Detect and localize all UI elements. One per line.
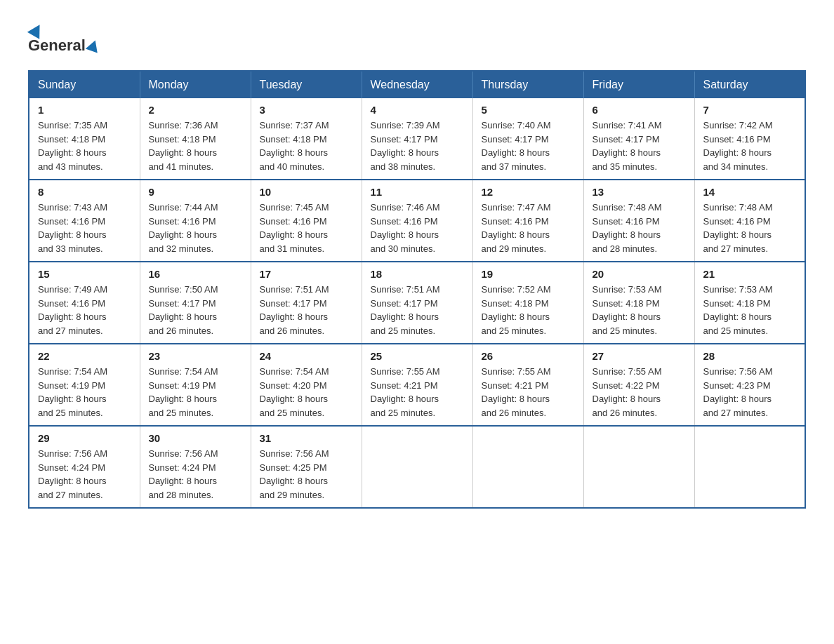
calendar-cell: 26 Sunrise: 7:55 AMSunset: 4:21 PMDaylig… xyxy=(472,344,583,426)
calendar-week-row: 29 Sunrise: 7:56 AMSunset: 4:24 PMDaylig… xyxy=(29,426,805,508)
calendar-table: SundayMondayTuesdayWednesdayThursdayFrid… xyxy=(28,70,806,509)
day-number: 12 xyxy=(482,186,575,198)
calendar-cell: 29 Sunrise: 7:56 AMSunset: 4:24 PMDaylig… xyxy=(29,426,140,508)
day-number: 16 xyxy=(149,268,242,280)
day-info: Sunrise: 7:54 AMSunset: 4:20 PMDaylight:… xyxy=(260,365,353,420)
day-info: Sunrise: 7:45 AMSunset: 4:16 PMDaylight:… xyxy=(260,201,353,255)
calendar-week-row: 8 Sunrise: 7:43 AMSunset: 4:16 PMDayligh… xyxy=(29,180,805,262)
day-number: 21 xyxy=(703,268,797,280)
calendar-cell: 18 Sunrise: 7:51 AMSunset: 4:17 PMDaylig… xyxy=(362,262,472,344)
calendar-cell xyxy=(362,426,472,508)
header-tuesday: Tuesday xyxy=(251,71,362,98)
header-monday: Monday xyxy=(140,71,251,98)
day-number: 17 xyxy=(260,268,353,280)
day-number: 22 xyxy=(38,350,131,362)
calendar-cell: 30 Sunrise: 7:56 AMSunset: 4:24 PMDaylig… xyxy=(140,426,251,508)
day-info: Sunrise: 7:49 AMSunset: 4:16 PMDaylight:… xyxy=(38,283,131,337)
calendar-cell: 12 Sunrise: 7:47 AMSunset: 4:16 PMDaylig… xyxy=(472,180,583,262)
day-info: Sunrise: 7:40 AMSunset: 4:17 PMDaylight:… xyxy=(482,119,575,173)
day-info: Sunrise: 7:43 AMSunset: 4:16 PMDaylight:… xyxy=(38,201,131,255)
calendar-cell: 16 Sunrise: 7:50 AMSunset: 4:17 PMDaylig… xyxy=(140,262,251,344)
calendar-cell: 1 Sunrise: 7:35 AMSunset: 4:18 PMDayligh… xyxy=(29,98,140,180)
day-number: 2 xyxy=(149,104,242,116)
day-info: Sunrise: 7:47 AMSunset: 4:16 PMDaylight:… xyxy=(482,201,575,255)
day-number: 31 xyxy=(260,432,353,444)
day-number: 28 xyxy=(703,350,797,362)
calendar-cell: 5 Sunrise: 7:40 AMSunset: 4:17 PMDayligh… xyxy=(472,98,583,180)
day-info: Sunrise: 7:46 AMSunset: 4:16 PMDaylight:… xyxy=(371,201,464,255)
day-info: Sunrise: 7:56 AMSunset: 4:24 PMDaylight:… xyxy=(149,447,242,502)
day-number: 15 xyxy=(38,268,131,280)
day-number: 13 xyxy=(593,186,686,198)
header-sunday: Sunday xyxy=(29,71,140,98)
day-number: 9 xyxy=(149,186,242,198)
day-number: 26 xyxy=(482,350,575,362)
calendar-cell: 27 Sunrise: 7:55 AMSunset: 4:22 PMDaylig… xyxy=(583,344,694,426)
calendar-cell: 31 Sunrise: 7:56 AMSunset: 4:25 PMDaylig… xyxy=(251,426,362,508)
day-number: 4 xyxy=(371,104,464,116)
calendar-cell: 9 Sunrise: 7:44 AMSunset: 4:16 PMDayligh… xyxy=(140,180,251,262)
calendar-cell: 10 Sunrise: 7:45 AMSunset: 4:16 PMDaylig… xyxy=(251,180,362,262)
day-info: Sunrise: 7:51 AMSunset: 4:17 PMDaylight:… xyxy=(371,283,464,337)
calendar-cell: 25 Sunrise: 7:55 AMSunset: 4:21 PMDaylig… xyxy=(362,344,472,426)
day-info: Sunrise: 7:44 AMSunset: 4:16 PMDaylight:… xyxy=(149,201,242,255)
calendar-cell: 8 Sunrise: 7:43 AMSunset: 4:16 PMDayligh… xyxy=(29,180,140,262)
day-info: Sunrise: 7:35 AMSunset: 4:18 PMDaylight:… xyxy=(38,119,131,173)
calendar-cell: 7 Sunrise: 7:42 AMSunset: 4:16 PMDayligh… xyxy=(694,98,805,180)
day-info: Sunrise: 7:48 AMSunset: 4:16 PMDaylight:… xyxy=(593,201,686,255)
calendar-cell: 4 Sunrise: 7:39 AMSunset: 4:17 PMDayligh… xyxy=(362,98,472,180)
day-number: 14 xyxy=(703,186,797,198)
day-number: 7 xyxy=(703,104,797,116)
day-info: Sunrise: 7:55 AMSunset: 4:21 PMDaylight:… xyxy=(482,365,575,420)
calendar-cell: 28 Sunrise: 7:56 AMSunset: 4:23 PMDaylig… xyxy=(694,344,805,426)
calendar-week-row: 15 Sunrise: 7:49 AMSunset: 4:16 PMDaylig… xyxy=(29,262,805,344)
page-header: General xyxy=(28,21,806,56)
day-number: 11 xyxy=(371,186,464,198)
logo: General xyxy=(28,21,101,56)
header-saturday: Saturday xyxy=(694,71,805,98)
calendar-week-row: 1 Sunrise: 7:35 AMSunset: 4:18 PMDayligh… xyxy=(29,98,805,180)
day-number: 20 xyxy=(593,268,686,280)
day-number: 18 xyxy=(371,268,464,280)
calendar-cell: 24 Sunrise: 7:54 AMSunset: 4:20 PMDaylig… xyxy=(251,344,362,426)
day-number: 23 xyxy=(149,350,242,362)
day-number: 3 xyxy=(260,104,353,116)
day-number: 29 xyxy=(38,432,131,444)
calendar-cell: 19 Sunrise: 7:52 AMSunset: 4:18 PMDaylig… xyxy=(472,262,583,344)
calendar-cell xyxy=(694,426,805,508)
calendar-cell: 22 Sunrise: 7:54 AMSunset: 4:19 PMDaylig… xyxy=(29,344,140,426)
calendar-header-row: SundayMondayTuesdayWednesdayThursdayFrid… xyxy=(29,71,805,98)
logo-general-text2: General xyxy=(28,36,86,55)
day-info: Sunrise: 7:51 AMSunset: 4:17 PMDaylight:… xyxy=(260,283,353,337)
header-wednesday: Wednesday xyxy=(362,71,472,98)
calendar-cell xyxy=(472,426,583,508)
day-info: Sunrise: 7:53 AMSunset: 4:18 PMDaylight:… xyxy=(593,283,686,337)
day-number: 1 xyxy=(38,104,131,116)
calendar-cell: 11 Sunrise: 7:46 AMSunset: 4:16 PMDaylig… xyxy=(362,180,472,262)
day-number: 27 xyxy=(593,350,686,362)
calendar-cell: 20 Sunrise: 7:53 AMSunset: 4:18 PMDaylig… xyxy=(583,262,694,344)
day-number: 30 xyxy=(149,432,242,444)
calendar-cell: 14 Sunrise: 7:48 AMSunset: 4:16 PMDaylig… xyxy=(694,180,805,262)
day-info: Sunrise: 7:55 AMSunset: 4:22 PMDaylight:… xyxy=(593,365,686,420)
day-info: Sunrise: 7:52 AMSunset: 4:18 PMDaylight:… xyxy=(482,283,575,337)
calendar-cell: 2 Sunrise: 7:36 AMSunset: 4:18 PMDayligh… xyxy=(140,98,251,180)
calendar-cell: 13 Sunrise: 7:48 AMSunset: 4:16 PMDaylig… xyxy=(583,180,694,262)
calendar-cell: 3 Sunrise: 7:37 AMSunset: 4:18 PMDayligh… xyxy=(251,98,362,180)
calendar-cell: 6 Sunrise: 7:41 AMSunset: 4:17 PMDayligh… xyxy=(583,98,694,180)
day-info: Sunrise: 7:36 AMSunset: 4:18 PMDaylight:… xyxy=(149,119,242,173)
day-info: Sunrise: 7:54 AMSunset: 4:19 PMDaylight:… xyxy=(149,365,242,420)
day-info: Sunrise: 7:37 AMSunset: 4:18 PMDaylight:… xyxy=(260,119,353,173)
day-info: Sunrise: 7:56 AMSunset: 4:23 PMDaylight:… xyxy=(703,365,797,420)
day-info: Sunrise: 7:55 AMSunset: 4:21 PMDaylight:… xyxy=(371,365,464,420)
day-info: Sunrise: 7:50 AMSunset: 4:17 PMDaylight:… xyxy=(149,283,242,337)
day-info: Sunrise: 7:41 AMSunset: 4:17 PMDaylight:… xyxy=(593,119,686,173)
day-number: 5 xyxy=(482,104,575,116)
day-info: Sunrise: 7:53 AMSunset: 4:18 PMDaylight:… xyxy=(703,283,797,337)
day-number: 24 xyxy=(260,350,353,362)
calendar-week-row: 22 Sunrise: 7:54 AMSunset: 4:19 PMDaylig… xyxy=(29,344,805,426)
day-number: 6 xyxy=(593,104,686,116)
header-thursday: Thursday xyxy=(472,71,583,98)
day-info: Sunrise: 7:48 AMSunset: 4:16 PMDaylight:… xyxy=(703,201,797,255)
day-info: Sunrise: 7:54 AMSunset: 4:19 PMDaylight:… xyxy=(38,365,131,420)
